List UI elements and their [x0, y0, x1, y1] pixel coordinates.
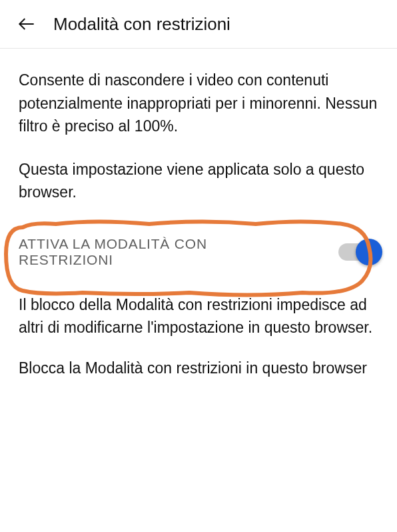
lock-info-text: Il blocco della Modalità con restrizioni… — [19, 293, 378, 339]
toggle-label: ATTIVA LA MODALITÀ CON RESTRIZIONI — [19, 236, 272, 268]
header: Modalità con restrizioni — [0, 0, 397, 49]
restricted-mode-toggle[interactable] — [338, 243, 378, 261]
page-title: Modalità con restrizioni — [53, 14, 230, 35]
restricted-mode-toggle-row: ATTIVA LA MODALITÀ CON RESTRIZIONI — [19, 224, 378, 280]
description-text: Consente di nascondere i video con conte… — [19, 69, 378, 138]
toggle-knob — [356, 239, 382, 265]
back-arrow-icon[interactable] — [13, 11, 40, 37]
lock-restricted-mode-link[interactable]: Blocca la Modalità con restrizioni in qu… — [19, 357, 378, 380]
browser-applied-text: Questa impostazione viene applicata solo… — [19, 158, 378, 204]
content-area: Consente di nascondere i video con conte… — [0, 49, 397, 399]
